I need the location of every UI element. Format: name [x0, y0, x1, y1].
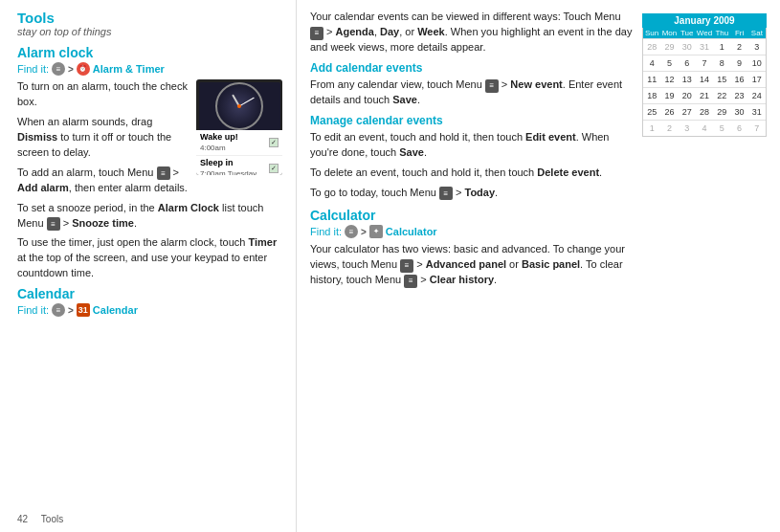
cell-3b: 3: [679, 121, 696, 136]
alarm-2-label: Sleep in: [200, 158, 256, 169]
calendar-title: Calendar: [17, 286, 282, 301]
page-subtitle: stay on top of things: [17, 26, 282, 37]
add-events-text: From any calendar view, touch Menu ≡ > N…: [310, 78, 633, 108]
cell-12: 12: [660, 72, 678, 87]
page-number: 42 Tools: [17, 514, 63, 524]
cell-5b: 5: [713, 121, 730, 136]
calendar-week-3: 11 12 13 14 15 16 17: [643, 71, 766, 87]
cell-22: 22: [713, 88, 730, 103]
cell-7b: 7: [748, 121, 766, 136]
cell-6b: 6: [730, 121, 747, 136]
cell-30b: 30: [730, 104, 747, 120]
cell-1: 1: [713, 39, 730, 55]
manage-events-title: Manage calendar events: [310, 114, 633, 127]
alarm-find-it: Find it: ≡ > ⏰ Alarm & Timer: [17, 62, 282, 76]
arrow-3: >: [361, 227, 367, 237]
right-main-content: Your calendar events can be viewed in di…: [310, 10, 633, 522]
clock-circle: [215, 82, 263, 130]
cell-19: 19: [660, 88, 678, 103]
day-mon: Mon: [660, 28, 678, 38]
calendar-find-it: Find it: ≡ > 31 Calendar: [17, 303, 282, 317]
alarm-2-checkbox[interactable]: ✓: [269, 164, 279, 173]
calendar-widget: January 2009 Sun Mon Tue Wed Thu Fri Sat…: [642, 13, 767, 137]
alarm-item-2: Sleep in 7:00am Tuesday ✓: [196, 156, 282, 175]
day-sun: Sun: [643, 28, 660, 38]
arrow-2: >: [68, 305, 74, 316]
alarm-2-time: 7:00am Tuesday: [200, 169, 256, 175]
cell-31b: 31: [748, 104, 766, 120]
calendar-main-text: Your calendar events can be viewed in di…: [310, 10, 633, 55]
cell-30a: 30: [679, 39, 696, 55]
menu-icon-circle-3: ≡: [345, 225, 358, 238]
manage-para-2: To delete an event, touch and hold it, t…: [310, 166, 633, 181]
calculator-text: Your calculator has two views: basic and…: [310, 242, 633, 288]
menu-icon-circle-2: ≡: [52, 303, 65, 317]
cell-1b: 1: [643, 121, 660, 136]
cell-28a: 28: [643, 39, 660, 55]
menu-icon-5: ≡: [439, 187, 453, 200]
manage-para-1: To edit an event, touch and hold it, the…: [310, 130, 633, 161]
cell-5: 5: [660, 55, 678, 71]
calculator-icon: ✦: [369, 225, 383, 238]
calculator-find-it: Find it: ≡ > ✦ Calculator: [310, 225, 633, 238]
calendar-icon: 31: [77, 303, 90, 317]
menu-icon-6: ≡: [400, 259, 413, 273]
cell-6: 6: [679, 55, 696, 71]
right-page: Your calendar events can be viewed in di…: [297, 0, 780, 532]
cell-29a: 29: [660, 39, 678, 55]
clock-center: [237, 104, 241, 108]
menu-icon-circle: ≡: [52, 62, 65, 76]
cell-24: 24: [748, 88, 766, 103]
cell-8: 8: [713, 55, 730, 71]
alarm-1-label: Wake up!: [200, 132, 238, 144]
cell-15: 15: [713, 72, 730, 87]
clock-face: [199, 82, 280, 130]
manage-para-3: To go to today, touch Menu ≡ > Today.: [310, 186, 633, 201]
menu-icon-4: ≡: [485, 79, 499, 93]
calculator-label: Calculator: [386, 226, 437, 237]
calendar-label: Calendar: [93, 304, 138, 316]
day-fri: Fri: [730, 28, 747, 38]
cell-31a: 31: [696, 39, 713, 55]
alarm-1-time: 4:00am: [200, 144, 238, 153]
cell-13: 13: [679, 72, 696, 87]
cell-29b: 29: [713, 104, 730, 120]
calendar-grid: Sun Mon Tue Wed Thu Fri Sat 28 29 30 31 …: [642, 28, 767, 137]
cell-10: 10: [748, 55, 766, 71]
calendar-week-5: 25 26 27 28 29 30 31: [643, 103, 766, 120]
alarm-para-5: To use the timer, just open the alarm cl…: [17, 235, 282, 281]
cell-25: 25: [643, 104, 660, 120]
left-page: Tools stay on top of things Alarm clock …: [0, 0, 297, 532]
alarm-clock-section: Alarm clock Find it: ≡ > ⏰ Alarm & Timer…: [17, 45, 282, 281]
cell-23: 23: [730, 88, 747, 103]
page-header-title: Tools: [17, 10, 282, 26]
calculator-title: Calculator: [310, 208, 633, 223]
minute-hand: [239, 98, 255, 107]
cell-26: 26: [660, 104, 678, 120]
alarm-timer-icon: ⏰: [77, 62, 90, 76]
arrow-1: >: [68, 64, 74, 75]
cell-20: 20: [679, 88, 696, 103]
cell-27: 27: [679, 104, 696, 120]
cell-4b: 4: [696, 121, 713, 136]
day-thu: Thu: [713, 28, 730, 38]
day-wed: Wed: [696, 28, 713, 38]
alarm-clock-image: Wake up! 4:00am ✓ Sleep in 7:00am Tuesda…: [196, 79, 282, 175]
calendar-section: Calendar Find it: ≡ > 31 Calendar: [17, 286, 282, 317]
calendar-month-header: January 2009: [642, 13, 767, 28]
calendar-days-header: Sun Mon Tue Wed Thu Fri Sat: [643, 28, 766, 38]
cell-16: 16: [730, 72, 747, 87]
menu-icon-7: ≡: [404, 275, 417, 288]
alarm-para-4: To set a snooze period, in the Alarm Clo…: [17, 201, 282, 232]
cell-17: 17: [748, 72, 766, 87]
cell-18: 18: [643, 88, 660, 103]
cell-2b: 2: [660, 121, 678, 136]
calendar-week-1: 28 29 30 31 1 2 3: [643, 38, 766, 55]
alarm-1-checkbox[interactable]: ✓: [269, 138, 279, 147]
calendar-week-6: 1 2 3 4 5 6 7: [643, 120, 766, 136]
alarm-item-1: Wake up! 4:00am ✓: [196, 130, 282, 156]
right-sidebar: January 2009 Sun Mon Tue Wed Thu Fri Sat…: [642, 10, 767, 522]
menu-icon-3: ≡: [310, 27, 323, 40]
cell-2: 2: [730, 39, 747, 55]
add-events-title: Add calendar events: [310, 61, 633, 75]
